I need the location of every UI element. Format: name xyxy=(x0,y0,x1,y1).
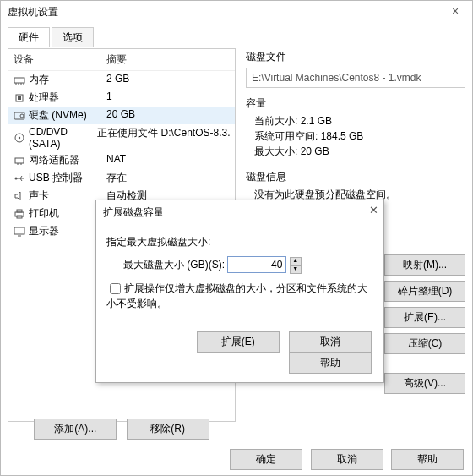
display-icon xyxy=(14,227,25,237)
ok-button[interactable]: 确定 xyxy=(230,449,302,470)
map-button[interactable]: 映射(M)... xyxy=(384,254,465,276)
spinner-up-icon[interactable]: ▲ xyxy=(290,257,302,265)
col-summary: 摘要 xyxy=(106,52,127,67)
device-row-memory[interactable]: 内存 2 GB xyxy=(8,71,235,89)
device-row-cd[interactable]: CD/DVD (SATA) 正在使用文件 D:\CentOS-8.3.2... xyxy=(8,124,235,151)
cancel-button[interactable]: 取消 xyxy=(311,449,383,470)
dialog-size-input[interactable] xyxy=(227,256,286,273)
expand-dialog: 扩展磁盘容量 ✕ 指定最大虚拟磁盘大小: 最大磁盘大小 (GB)(S): ▲▼ … xyxy=(95,200,384,383)
titlebar: 虚拟机设置 × xyxy=(1,1,472,23)
dialog-spinner[interactable]: ▲▼ xyxy=(290,257,302,274)
svg-rect-7 xyxy=(14,112,24,119)
defrag-button[interactable]: 碎片整理(D) xyxy=(384,281,465,302)
dialog-note-checkbox[interactable] xyxy=(110,283,121,294)
dialog-close-icon[interactable]: ✕ xyxy=(369,204,378,216)
col-device: 设备 xyxy=(14,52,106,67)
svg-point-10 xyxy=(19,137,20,139)
device-row-usb[interactable]: USB 控制器 存在 xyxy=(8,169,235,187)
disk-file-path[interactable]: E:\Virtual Machines\Centos8 - 1.vmdk xyxy=(246,68,465,88)
capacity-title: 容量 xyxy=(246,96,465,111)
dialog-button-row: 扩展(E) 取消 帮助 xyxy=(96,326,383,382)
disk-file-title: 磁盘文件 xyxy=(246,50,465,64)
help-button[interactable]: 帮助 xyxy=(391,449,464,470)
cd-icon xyxy=(14,133,25,143)
dialog-cancel-button[interactable]: 取消 xyxy=(289,331,372,353)
device-buttons: 添加(A)... 移除(R) xyxy=(8,419,236,440)
spinner-down-icon[interactable]: ▼ xyxy=(290,265,302,274)
disk-icon xyxy=(14,111,25,121)
tab-strip: 硬件 选项 xyxy=(1,26,472,47)
compact-button[interactable]: 压缩(C) xyxy=(384,333,465,354)
dialog-label-line: 指定最大虚拟磁盘大小: xyxy=(106,235,373,249)
memory-icon xyxy=(14,75,25,85)
capacity-max: 最大大小: 20 GB xyxy=(254,145,465,159)
vm-settings-window: 虚拟机设置 × 硬件 选项 设备 摘要 内存 2 GB 处理器 1 xyxy=(0,0,473,476)
svg-rect-11 xyxy=(15,158,24,163)
sound-icon xyxy=(14,191,25,201)
capacity-free: 系统可用空间: 184.5 GB xyxy=(254,129,465,144)
dialog-help-button[interactable]: 帮助 xyxy=(289,353,372,374)
dialog-expand-button[interactable]: 扩展(E) xyxy=(197,331,280,353)
network-icon xyxy=(14,156,25,166)
footer-buttons: 确定 取消 帮助 xyxy=(225,449,464,470)
disk-info-title: 磁盘信息 xyxy=(246,170,465,184)
svg-rect-20 xyxy=(17,210,22,212)
svg-rect-0 xyxy=(14,78,24,83)
dialog-size-label: 最大磁盘大小 (GB)(S): xyxy=(123,259,225,271)
svg-rect-6 xyxy=(18,96,21,100)
svg-rect-22 xyxy=(14,227,24,234)
window-title: 虚拟机设置 xyxy=(8,6,58,18)
add-device-button[interactable]: 添加(A)... xyxy=(34,419,117,440)
printer-icon xyxy=(14,209,25,219)
svg-point-8 xyxy=(20,114,24,118)
svg-marker-18 xyxy=(15,192,20,200)
remove-device-button[interactable]: 移除(R) xyxy=(127,419,209,440)
advanced-button[interactable]: 高级(V)... xyxy=(384,373,465,394)
device-row-net[interactable]: 网络适配器 NAT xyxy=(8,151,235,169)
dialog-title: 扩展磁盘容量 ✕ xyxy=(96,200,383,225)
dialog-note: 扩展操作仅增大虚拟磁盘的大小，分区和文件系统的大小不受影响。 xyxy=(106,282,367,309)
tab-hardware[interactable]: 硬件 xyxy=(8,27,50,47)
device-row-disk[interactable]: 硬盘 (NVMe) 20 GB xyxy=(8,107,235,124)
cpu-icon xyxy=(14,93,25,103)
device-row-cpu[interactable]: 处理器 1 xyxy=(8,89,235,107)
usb-icon xyxy=(14,173,25,183)
device-list-header: 设备 摘要 xyxy=(8,49,235,71)
capacity-current: 当前大小: 2.1 GB xyxy=(254,114,465,129)
expand-button[interactable]: 扩展(E)... xyxy=(384,307,465,328)
tab-options[interactable]: 选项 xyxy=(52,27,94,47)
window-close-icon[interactable]: × xyxy=(438,1,472,23)
